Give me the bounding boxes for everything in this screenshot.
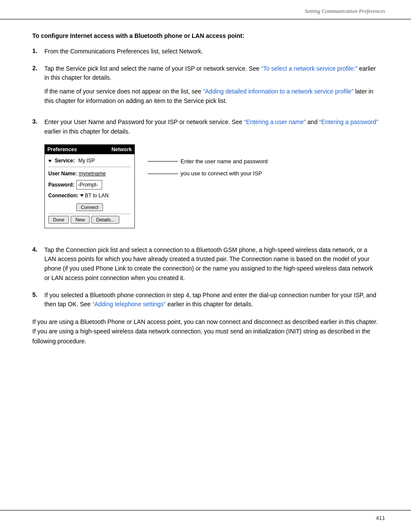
connection-value: BT to LAN [85, 192, 109, 200]
steps-list: 1. From the Communications Preferences l… [32, 47, 379, 309]
step-3-text-mid: and [308, 118, 319, 125]
step-number-5: 5. [32, 291, 44, 298]
service-row: Service: My ISP [48, 157, 131, 167]
connect-btn-row: Connect [48, 203, 131, 211]
page-header: Setting Communication Preferences [0, 0, 411, 19]
step-5: 5. If you selected a Bluetooth phone con… [32, 291, 379, 309]
step-3-para: Enter your User Name and Password for yo… [44, 118, 379, 136]
username-row: User Name: mynetname [48, 170, 131, 178]
step-5-content: If you selected a Bluetooth phone connec… [44, 291, 379, 309]
step-2-text-before: Tap the Service pick list and select the… [44, 65, 261, 72]
annotation-text-1: Enter the user name and password [181, 157, 268, 166]
service-dropdown-icon[interactable] [48, 160, 52, 162]
step-2-para1: Tap the Service pick list and select the… [44, 64, 379, 83]
page-content: To configure Internet access with a Blue… [0, 19, 411, 380]
step-4: 4. Tap the Connection pick list and sele… [32, 246, 379, 283]
username-value: mynetname [79, 170, 106, 178]
step-3-content: Enter your User Name and Password for yo… [44, 118, 379, 237]
annotation-text-2: you use to connect with your ISP [181, 169, 262, 178]
step-3-text-before: Enter your User Name and Password for yo… [44, 118, 244, 125]
annotation-line-1: Enter the user name and password [148, 157, 268, 166]
step-2: 2. Tap the Service pick list and select … [32, 64, 379, 110]
step-number-4: 4. [32, 246, 44, 253]
password-row: Password: -Prompt- [48, 180, 131, 190]
new-button[interactable]: New [71, 216, 90, 224]
step-1: 1. From the Communications Preferences l… [32, 47, 379, 56]
connection-dropdown-icon[interactable] [80, 194, 84, 197]
divider [48, 214, 131, 214]
annotation-area: Enter the user name and password you use… [148, 144, 268, 178]
step-2-note-before: If the name of your service does not app… [44, 88, 203, 95]
step-2-link1[interactable]: “To select a network service profile:” [261, 65, 357, 72]
service-value: My ISP [78, 157, 95, 165]
step-number-2: 2. [32, 64, 44, 72]
closing-paragraph: If you are using a Bluetooth Phone or LA… [32, 317, 379, 346]
step-4-content: Tap the Connection pick list and select … [44, 246, 379, 283]
service-label: Service: [55, 157, 75, 165]
password-input[interactable]: -Prompt- [76, 180, 102, 190]
step-5-text-after: earlier in this chapter for details. [168, 301, 253, 308]
username-label: User Name: [48, 170, 77, 178]
page-footer: 411 [0, 510, 411, 521]
step-3-text-after: earlier in this chapter for details. [44, 128, 130, 135]
step-number-1: 1. [32, 47, 44, 54]
dialog-title-left: Preferences [47, 146, 77, 154]
dialog-title-right: Network [112, 146, 132, 154]
step-2-content: Tap the Service pick list and select the… [44, 64, 379, 110]
header-title: Setting Communication Preferences [305, 8, 385, 15]
preferences-dialog-wrapper: Preferences Network Service: My ISP [44, 144, 379, 228]
dialog-titlebar: Preferences Network [45, 145, 134, 155]
annotation-dash-2 [148, 174, 178, 174]
step-4-text: Tap the Connection pick list and select … [44, 246, 373, 281]
password-label: Password: [48, 181, 75, 189]
step-1-content: From the Communications Preferences list… [44, 47, 379, 56]
step-1-text: From the Communications Preferences list… [44, 48, 203, 55]
section-heading: To configure Internet access with a Blue… [32, 32, 379, 39]
step-number-3: 3. [32, 118, 44, 125]
bottom-buttons: Done New Details... [48, 216, 131, 225]
done-button[interactable]: Done [48, 216, 69, 224]
step-3-link2[interactable]: “Entering a password” [319, 118, 378, 125]
page-number: 411 [376, 515, 385, 521]
step-3-link1[interactable]: “Entering a user name” [244, 118, 306, 125]
connection-label: Connection: [48, 192, 78, 200]
connection-row: Connection: BT to LAN [48, 192, 131, 200]
step-3: 3. Enter your User Name and Password for… [32, 118, 379, 237]
step-2-note: If the name of your service does not app… [44, 87, 379, 106]
annotation-dash-1 [148, 161, 178, 162]
connect-button[interactable]: Connect [76, 203, 103, 211]
preferences-dialog: Preferences Network Service: My ISP [44, 144, 135, 228]
details-button[interactable]: Details... [91, 216, 119, 224]
step-2-link2[interactable]: “Adding detailed information to a networ… [203, 88, 353, 95]
dialog-body: Service: My ISP User Name: mynetname Pas… [45, 154, 134, 227]
annotation-line-2: you use to connect with your ISP [148, 169, 268, 178]
step-5-link[interactable]: “Adding telephone settings” [92, 301, 165, 308]
